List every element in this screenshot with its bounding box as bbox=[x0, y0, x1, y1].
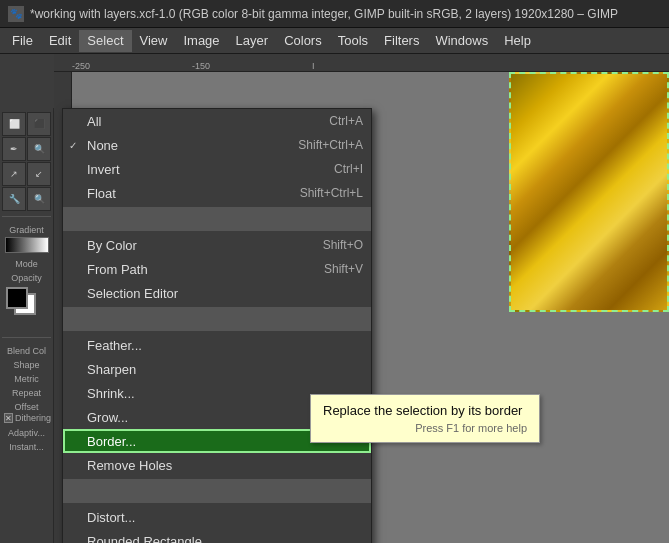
check-icon-none: ✓ bbox=[69, 140, 77, 151]
tool-btn-1[interactable]: ⬜ bbox=[2, 112, 26, 136]
offset-row: ✕ Dithering bbox=[2, 412, 51, 424]
ruler-marks: -250 -150 I bbox=[72, 54, 342, 71]
menu-entry-remove-holes[interactable]: Remove Holes bbox=[63, 453, 371, 477]
menu-entry-all[interactable]: All Ctrl+A bbox=[63, 109, 371, 133]
menu-entry-float[interactable]: Float Shift+Ctrl+L bbox=[63, 181, 371, 205]
menu-help[interactable]: Help bbox=[496, 30, 539, 52]
menu-view[interactable]: View bbox=[132, 30, 176, 52]
menu-select[interactable]: Select bbox=[79, 30, 131, 52]
gradient-label: Gradient bbox=[2, 225, 51, 235]
menu-label-remove-holes: Remove Holes bbox=[87, 458, 172, 473]
tool-row-3: ↗ ↙ bbox=[2, 162, 51, 186]
menu-label-selection-editor: Selection Editor bbox=[87, 286, 178, 301]
menu-windows[interactable]: Windows bbox=[427, 30, 496, 52]
menu-layer[interactable]: Layer bbox=[228, 30, 277, 52]
menu-label-distort: Distort... bbox=[87, 510, 135, 525]
adaptive-label: Adaptiv... bbox=[2, 428, 51, 438]
menu-entry-from-path[interactable]: From Path Shift+V bbox=[63, 257, 371, 281]
separator-s1 bbox=[63, 207, 371, 231]
menu-label-from-path: From Path bbox=[87, 262, 148, 277]
menu-label-grow: Grow... bbox=[87, 410, 128, 425]
instant-label: Instant... bbox=[2, 442, 51, 452]
opacity-label: Opacity bbox=[2, 273, 51, 283]
tooltip-help-text: Press F1 for more help bbox=[323, 422, 527, 434]
menu-label-border: Border... bbox=[87, 434, 136, 449]
tooltip-box: Replace the selection by its border Pres… bbox=[310, 394, 540, 443]
separator-s3 bbox=[63, 479, 371, 503]
ruler-mark-3: -150 bbox=[192, 61, 252, 71]
tool-btn-8[interactable]: 🔍 bbox=[27, 187, 51, 211]
gradient-bar[interactable] bbox=[5, 237, 49, 253]
menu-entry-feather[interactable]: Feather... bbox=[63, 333, 371, 357]
tool-btn-3[interactable]: ✒ bbox=[2, 137, 26, 161]
shortcut-invert: Ctrl+I bbox=[334, 162, 363, 176]
menu-entry-invert[interactable]: Invert Ctrl+I bbox=[63, 157, 371, 181]
tool-btn-5[interactable]: ↗ bbox=[2, 162, 26, 186]
main-content: ⬜ ⬛ ✒ 🔍 ↗ ↙ 🔧 🔍 Gradient Mode Opacity bbox=[0, 54, 669, 543]
tooltip-main-text: Replace the selection by its border bbox=[323, 403, 527, 418]
metric-label: Metric bbox=[2, 374, 51, 384]
separator-2 bbox=[2, 337, 51, 338]
title-text: *working with layers.xcf-1.0 (RGB color … bbox=[30, 7, 618, 21]
select-dropdown-menu: All Ctrl+A ✓ None Shift+Ctrl+A Invert Ct… bbox=[62, 108, 372, 543]
tool-btn-4[interactable]: 🔍 bbox=[27, 137, 51, 161]
menu-tools[interactable]: Tools bbox=[330, 30, 376, 52]
menu-label-all: All bbox=[87, 114, 101, 129]
shape-label: Shape bbox=[2, 360, 51, 370]
menu-label-feather: Feather... bbox=[87, 338, 142, 353]
shortcut-all: Ctrl+A bbox=[329, 114, 363, 128]
blend-col-label: Blend Col bbox=[2, 346, 51, 356]
separator-1 bbox=[2, 216, 51, 217]
tool-row-4: 🔧 🔍 bbox=[2, 187, 51, 211]
offset-x-icon[interactable]: ✕ bbox=[4, 413, 13, 423]
app-icon: 🐾 bbox=[8, 6, 24, 22]
left-panel: ⬜ ⬛ ✒ 🔍 ↗ ↙ 🔧 🔍 Gradient Mode Opacity bbox=[0, 108, 54, 543]
menu-label-sharpen: Sharpen bbox=[87, 362, 136, 377]
menu-file[interactable]: File bbox=[4, 30, 41, 52]
shortcut-none: Shift+Ctrl+A bbox=[298, 138, 363, 152]
menu-entry-rounded-rect[interactable]: Rounded Rectangle... bbox=[63, 529, 371, 543]
menu-colors[interactable]: Colors bbox=[276, 30, 330, 52]
menu-entry-by-color[interactable]: By Color Shift+O bbox=[63, 233, 371, 257]
menu-edit[interactable]: Edit bbox=[41, 30, 79, 52]
menu-entry-none[interactable]: ✓ None Shift+Ctrl+A bbox=[63, 133, 371, 157]
menu-label-by-color: By Color bbox=[87, 238, 137, 253]
shortcut-by-color: Shift+O bbox=[323, 238, 363, 252]
title-bar: 🐾 *working with layers.xcf-1.0 (RGB colo… bbox=[0, 0, 669, 28]
color-swatches bbox=[6, 287, 48, 329]
foreground-swatch[interactable] bbox=[6, 287, 28, 309]
menu-label-float: Float bbox=[87, 186, 116, 201]
golden-image bbox=[509, 72, 669, 312]
menu-image[interactable]: Image bbox=[175, 30, 227, 52]
menu-label-invert: Invert bbox=[87, 162, 120, 177]
menu-entry-selection-editor[interactable]: Selection Editor bbox=[63, 281, 371, 305]
shortcut-float: Shift+Ctrl+L bbox=[300, 186, 363, 200]
menu-entry-distort[interactable]: Distort... bbox=[63, 505, 371, 529]
ruler-mark-1: -250 bbox=[72, 61, 132, 71]
dithering-label: Dithering bbox=[15, 413, 51, 423]
ruler-top: -250 -150 I bbox=[54, 54, 669, 72]
menu-filters[interactable]: Filters bbox=[376, 30, 427, 52]
tool-btn-7[interactable]: 🔧 bbox=[2, 187, 26, 211]
tool-btn-2[interactable]: ⬛ bbox=[27, 112, 51, 136]
menu-label-none: None bbox=[87, 138, 118, 153]
mode-label: Mode bbox=[2, 259, 51, 269]
menu-label-rounded-rect: Rounded Rectangle... bbox=[87, 534, 213, 544]
offset-label: Offset bbox=[2, 402, 51, 412]
tool-row-2: ✒ 🔍 bbox=[2, 137, 51, 161]
tool-row-1: ⬜ ⬛ bbox=[2, 112, 51, 136]
menu-label-shrink: Shrink... bbox=[87, 386, 135, 401]
menu-bar: File Edit Select View Image Layer Colors… bbox=[0, 28, 669, 54]
separator-s2 bbox=[63, 307, 371, 331]
menu-entry-sharpen[interactable]: Sharpen bbox=[63, 357, 371, 381]
repeat-label: Repeat bbox=[2, 388, 51, 398]
shortcut-from-path: Shift+V bbox=[324, 262, 363, 276]
ruler-mark-5: I bbox=[312, 61, 342, 71]
tool-btn-6[interactable]: ↙ bbox=[27, 162, 51, 186]
